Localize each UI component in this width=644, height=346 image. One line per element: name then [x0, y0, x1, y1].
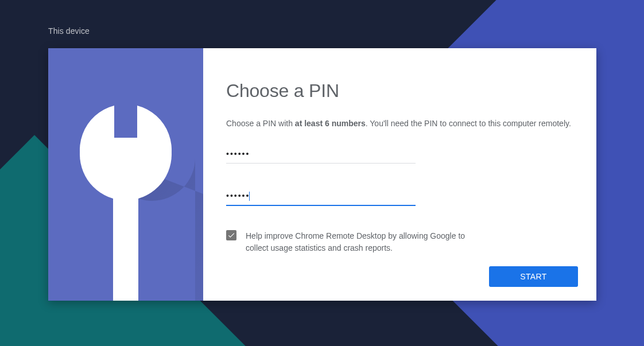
- section-label: This device: [48, 26, 90, 36]
- actions-bar: START: [489, 266, 578, 287]
- pin-input-row-1: ••••••: [226, 146, 416, 164]
- wrench-icon: [77, 106, 174, 301]
- check-icon: [227, 231, 235, 239]
- pin-confirm-input[interactable]: ••••••: [226, 188, 416, 206]
- description: Choose a PIN with at least 6 numbers. Yo…: [226, 118, 573, 130]
- pin-input-row-2: ••••••: [226, 188, 416, 206]
- text-caret: [249, 192, 250, 201]
- card-content: Choose a PIN Choose a PIN with at least …: [203, 48, 596, 301]
- setup-card: Choose a PIN Choose a PIN with at least …: [48, 48, 596, 301]
- svg-rect-2: [114, 106, 137, 138]
- svg-rect-0: [113, 192, 138, 301]
- description-bold: at least 6 numbers: [295, 119, 366, 128]
- usage-stats-checkbox[interactable]: [226, 230, 236, 240]
- pin-input[interactable]: ••••••: [226, 146, 416, 164]
- description-prefix: Choose a PIN with: [226, 119, 295, 128]
- usage-stats-label: Help improve Chrome Remote Desktop by al…: [246, 230, 479, 254]
- usage-stats-row: Help improve Chrome Remote Desktop by al…: [226, 230, 479, 254]
- page-title: Choose a PIN: [226, 80, 573, 102]
- pin-confirm-value: ••••••: [226, 191, 250, 200]
- start-button[interactable]: START: [489, 266, 578, 287]
- description-suffix: . You'll need the PIN to connect to this…: [366, 119, 571, 128]
- card-illustration-panel: [48, 48, 203, 301]
